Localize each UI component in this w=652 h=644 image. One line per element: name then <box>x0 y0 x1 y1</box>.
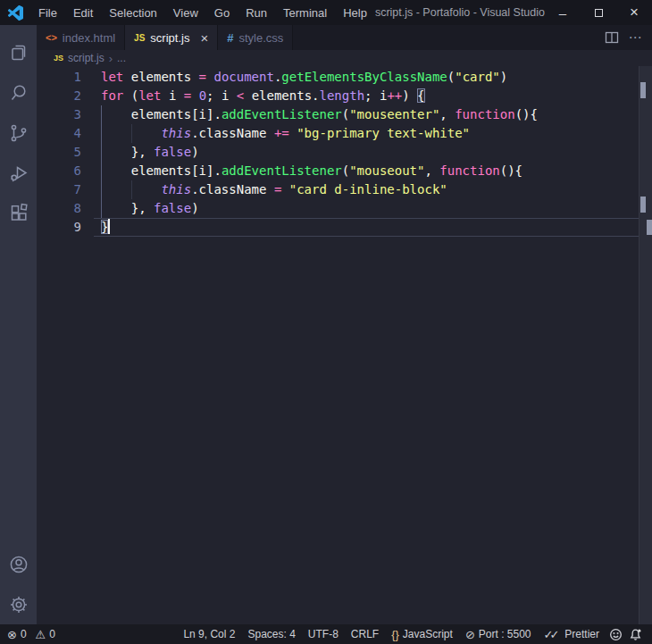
line-number: 3 <box>37 105 94 124</box>
code-line-1[interactable]: 1let elements = document.getElementsByCl… <box>37 68 652 87</box>
warnings-indicator[interactable]: ⚠ 0 <box>36 628 55 641</box>
maximize-button[interactable] <box>581 0 616 25</box>
status-language-mode[interactable]: {}JavaScript <box>385 628 459 641</box>
minimize-button[interactable]: – <box>545 0 581 25</box>
code-token: ( <box>342 163 349 178</box>
code-text: let elements = document.getElementsByCla… <box>101 68 507 87</box>
code-token: "bg-primary text-white" <box>297 126 470 140</box>
settings-gear-icon[interactable] <box>0 584 37 624</box>
overview-ruler-mark <box>640 197 646 213</box>
overview-ruler-mark <box>647 220 652 235</box>
code-text: } <box>101 218 110 237</box>
code-token: "mouseout" <box>349 163 424 178</box>
menu-help[interactable]: Help <box>335 0 375 25</box>
menu-selection[interactable]: Selection <box>101 0 164 25</box>
code-text: this.className += "bg-primary text-white… <box>101 124 470 143</box>
code-token: this <box>161 126 191 140</box>
tab-index.html[interactable]: <>index.html <box>37 25 125 50</box>
code-token: function <box>439 163 499 178</box>
menu-edit[interactable]: Edit <box>65 0 101 25</box>
menu-run[interactable]: Run <box>238 0 275 25</box>
tab-script.js[interactable]: JSscript.js× <box>125 25 218 50</box>
js-file-icon: JS <box>134 33 145 43</box>
code-text: this.className = "card d-inline-block" <box>101 180 447 199</box>
code-line-2[interactable]: 2for (let i = 0; i < elements.length; i+… <box>37 87 652 105</box>
account-icon[interactable] <box>0 544 37 584</box>
status-label: Spaces: 4 <box>247 628 295 640</box>
menu-file[interactable]: File <box>30 0 65 25</box>
breadcrumb-more[interactable]: ... <box>117 52 126 64</box>
code-token: getElementsByClassName <box>281 70 447 84</box>
split-editor-icon[interactable] <box>602 28 622 47</box>
code-line-5[interactable]: 5 }, false) <box>37 143 652 162</box>
notifications-bell-icon[interactable] <box>625 628 645 641</box>
overview-ruler-mark <box>640 82 646 98</box>
menu-view[interactable]: View <box>165 0 206 25</box>
status-encoding[interactable]: UTF-8 <box>302 628 345 640</box>
code-token: , <box>424 163 439 178</box>
warnings-count: 0 <box>49 628 55 640</box>
tab-label: script.js <box>150 31 189 45</box>
code-token: = <box>199 70 206 84</box>
code-token: ) <box>500 70 507 84</box>
warning-icon: ⚠ <box>36 628 46 641</box>
tab-label: index.html <box>63 31 115 45</box>
status-live-server-port[interactable]: ⊘Port : 5500 <box>459 628 538 641</box>
activity-bar <box>0 25 37 624</box>
code-token: . <box>213 163 221 178</box>
code-token: .className <box>191 182 274 197</box>
extensions-icon[interactable] <box>0 193 37 233</box>
code-text: for (let i = 0; i < elements.length; i++… <box>101 87 425 105</box>
status-bar: ⊗ 0 ⚠ 0 Ln 9, Col 2Spaces: 4UTF-8CRLF{}J… <box>0 624 652 644</box>
status-prettier[interactable]: ✓✓Prettier <box>538 628 606 641</box>
code-token: ; i <box>364 88 387 103</box>
editor-scrollbar[interactable] <box>639 66 652 624</box>
menu-terminal[interactable]: Terminal <box>275 0 335 25</box>
search-icon[interactable] <box>0 72 37 113</box>
close-tab-icon[interactable]: × <box>200 31 208 45</box>
status-label: UTF-8 <box>308 628 339 640</box>
breadcrumb: JS script.js › ... <box>37 50 652 66</box>
code-token: } <box>101 220 108 234</box>
code-token: ( <box>342 107 349 121</box>
code-token <box>289 126 297 140</box>
code-token: for <box>101 88 123 103</box>
status-cursor-position[interactable]: Ln 9, Col 2 <box>177 628 241 640</box>
code-token: ( <box>123 88 138 103</box>
language-mode-icon: {} <box>391 628 399 641</box>
source-control-icon[interactable] <box>0 113 37 153</box>
code-token: length <box>320 88 365 103</box>
line-number: 2 <box>37 87 94 105</box>
code-editor[interactable]: 1let elements = document.getElementsByCl… <box>37 66 652 624</box>
code-line-7[interactable]: 7 this.className = "card d-inline-block" <box>37 180 652 199</box>
code-line-3[interactable]: 3 elements[i].addEventListener("mouseent… <box>37 105 652 124</box>
run-and-debug-icon[interactable] <box>0 153 37 193</box>
explorer-icon[interactable] <box>0 32 37 72</box>
code-token: this <box>161 182 191 197</box>
code-token: . <box>213 107 221 121</box>
menu-go[interactable]: Go <box>206 0 238 25</box>
breadcrumb-file[interactable]: script.js <box>68 52 104 64</box>
code-token: "card" <box>455 70 500 84</box>
code-token: ( <box>447 70 455 84</box>
code-line-9[interactable]: 9} <box>37 218 652 237</box>
code-token: elements <box>244 88 312 103</box>
code-text: }, false) <box>101 143 199 162</box>
code-token: "mouseenter" <box>349 107 439 121</box>
tab-style.css[interactable]: #style.css <box>218 25 293 50</box>
close-button[interactable]: × <box>616 0 652 25</box>
errors-indicator[interactable]: ⊗ 0 <box>7 628 27 641</box>
window-title: script.js - Portafolio - Visual Studio C… <box>375 6 545 19</box>
status-eol[interactable]: CRLF <box>345 628 385 640</box>
status-indentation[interactable]: Spaces: 4 <box>241 628 301 640</box>
feedback-smiley-icon[interactable] <box>606 628 625 641</box>
code-token: ++ <box>387 88 402 103</box>
code-text: elements[i].addEventListener("mouseenter… <box>101 105 538 124</box>
tab-label: style.css <box>238 31 283 45</box>
code-line-6[interactable]: 6 elements[i].addEventListener("mouseout… <box>37 162 652 180</box>
more-actions-icon[interactable]: ⋯ <box>625 28 645 47</box>
code-line-8[interactable]: 8 }, false) <box>37 199 652 218</box>
bracket-pair-guide <box>101 105 102 218</box>
code-line-4[interactable]: 4 this.className += "bg-primary text-whi… <box>37 124 652 143</box>
menu-bar: FileEditSelectionViewGoRunTerminalHelp <box>30 0 375 25</box>
